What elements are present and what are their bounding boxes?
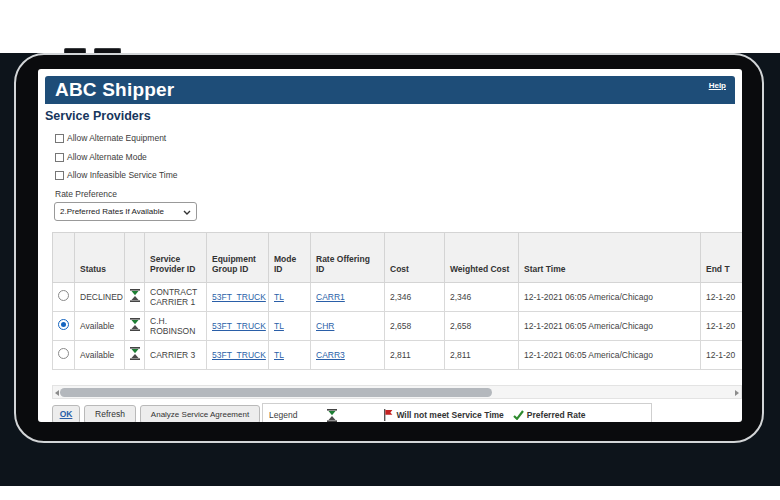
help-link[interactable]: Help xyxy=(709,81,726,90)
checkbox-label: Allow Alternate Mode xyxy=(67,152,147,162)
checkbox-allow-alternate-mode[interactable]: Allow Alternate Mode xyxy=(55,152,147,162)
checkbox-icon[interactable] xyxy=(55,153,64,162)
checkbox-allow-infeasible-service-time[interactable]: Allow Infeasible Service Time xyxy=(55,170,178,180)
providers-table: Status Service Provider ID Equipment Gro… xyxy=(52,232,742,370)
provider-cell: CONTRACT CARRIER 1 xyxy=(145,283,207,312)
cost-cell: 2,658 xyxy=(385,312,445,341)
end-time-cell: 12-1-20 xyxy=(701,341,743,370)
refresh-button[interactable]: Refresh xyxy=(84,405,136,422)
status-icon-cell xyxy=(125,283,145,312)
red-flag-icon xyxy=(383,409,393,421)
hourglass-icon xyxy=(130,289,140,302)
icon-column-header xyxy=(125,233,145,283)
column-header-rate-offering-id: Rate Offering ID xyxy=(311,233,385,283)
column-header-end-time: End T xyxy=(701,233,743,283)
row-select-radio[interactable] xyxy=(58,348,69,359)
checkbox-label: Allow Infeasible Service Time xyxy=(67,170,178,180)
rate-preference-value: 2.Preferred Rates If Available xyxy=(60,207,164,216)
cost-cell: 2,811 xyxy=(385,341,445,370)
mode-link[interactable]: TL xyxy=(274,292,284,302)
green-check-icon xyxy=(513,410,524,420)
horizontal-scrollbar[interactable] xyxy=(52,385,742,399)
column-header-mode-id: Mode ID xyxy=(269,233,311,283)
end-time-cell: 12-1-20 xyxy=(701,283,743,312)
status-cell: DECLINED xyxy=(75,283,125,312)
mode-link[interactable]: TL xyxy=(274,350,284,360)
table-row: DECLINED CONTRACT CARRIER 1 53FT_TRUCK T… xyxy=(53,283,743,312)
radio-column-header xyxy=(53,233,75,283)
scroll-left-arrow-icon[interactable] xyxy=(55,390,59,396)
rate-offering-link[interactable]: CARR3 xyxy=(316,350,345,360)
provider-cell: C.H. ROBINSON xyxy=(145,312,207,341)
providers-table-wrapper: Status Service Provider ID Equipment Gro… xyxy=(52,232,742,370)
weighted-cost-cell: 2,346 xyxy=(445,283,519,312)
provider-cell: CARRIER 3 xyxy=(145,341,207,370)
hourglass-icon xyxy=(130,347,140,360)
weighted-cost-cell: 2,658 xyxy=(445,312,519,341)
column-header-weighted-cost: Weighted Cost xyxy=(445,233,519,283)
legend-item-label: Will not meet Service Time xyxy=(396,410,503,420)
end-time-cell: 12-1-20 xyxy=(701,312,743,341)
column-header-equipment-group-id: Equipment Group ID xyxy=(207,233,269,283)
row-select-radio[interactable] xyxy=(58,290,69,301)
table-row: Available CARRIER 3 53FT_TRUCK TL CARR3 … xyxy=(53,341,743,370)
checkbox-icon[interactable] xyxy=(55,171,64,180)
weighted-cost-cell: 2,811 xyxy=(445,341,519,370)
start-time-cell: 12-1-2021 06:05 America/Chicago xyxy=(519,312,701,341)
analyze-service-agreement-button[interactable]: Analyze Service Agreement xyxy=(140,405,260,422)
cost-cell: 2,346 xyxy=(385,283,445,312)
hourglass-icon xyxy=(327,409,337,422)
checkbox-label: Allow Alternate Equipment xyxy=(67,133,166,143)
legend-item-label: Preferred Rate xyxy=(527,410,586,420)
table-header-row: Status Service Provider ID Equipment Gro… xyxy=(53,233,743,283)
page-title: Service Providers xyxy=(45,109,151,123)
rate-preference-select[interactable]: 2.Preferred Rates If Available xyxy=(54,202,197,221)
equipment-group-link[interactable]: 53FT_TRUCK xyxy=(212,292,266,302)
rate-offering-link[interactable]: CARR1 xyxy=(316,292,345,302)
column-header-status: Status xyxy=(75,233,125,283)
app-screen: ABC Shipper Help Service Providers Allow… xyxy=(38,69,742,422)
row-select-radio[interactable] xyxy=(58,319,69,330)
table-row: Available C.H. ROBINSON 53FT_TRUCK TL CH… xyxy=(53,312,743,341)
scroll-right-arrow-icon[interactable] xyxy=(735,390,739,396)
status-cell: Available xyxy=(75,312,125,341)
mode-link[interactable]: TL xyxy=(274,321,284,331)
start-time-cell: 12-1-2021 06:05 America/Chicago xyxy=(519,283,701,312)
start-time-cell: 12-1-2021 06:05 America/Chicago xyxy=(519,341,701,370)
equipment-group-link[interactable]: 53FT_TRUCK xyxy=(212,350,266,360)
column-header-cost: Cost xyxy=(385,233,445,283)
equipment-group-link[interactable]: 53FT_TRUCK xyxy=(212,321,266,331)
column-header-start-time: Start Time xyxy=(519,233,701,283)
legend-box: Legend Will not meet Service Time Prefer… xyxy=(262,403,652,422)
rate-offering-link[interactable]: CHR xyxy=(316,321,334,331)
column-header-service-provider-id: Service Provider ID xyxy=(145,233,207,283)
app-title: ABC Shipper xyxy=(55,79,174,101)
checkbox-allow-alternate-equipment[interactable]: Allow Alternate Equipment xyxy=(55,133,166,143)
stage: ABC Shipper Help Service Providers Allow… xyxy=(0,0,780,500)
hourglass-icon xyxy=(130,318,140,331)
legend-title: Legend xyxy=(269,410,297,420)
rate-preference-label: Rate Preference xyxy=(55,189,117,199)
app-header-bar: ABC Shipper Help xyxy=(45,76,735,104)
status-cell: Available xyxy=(75,341,125,370)
checkbox-icon[interactable] xyxy=(55,134,64,143)
ok-button[interactable]: OK xyxy=(52,405,80,422)
status-icon-cell xyxy=(125,341,145,370)
chevron-down-icon xyxy=(183,210,191,215)
status-icon-cell xyxy=(125,312,145,341)
scrollbar-thumb[interactable] xyxy=(60,388,492,397)
